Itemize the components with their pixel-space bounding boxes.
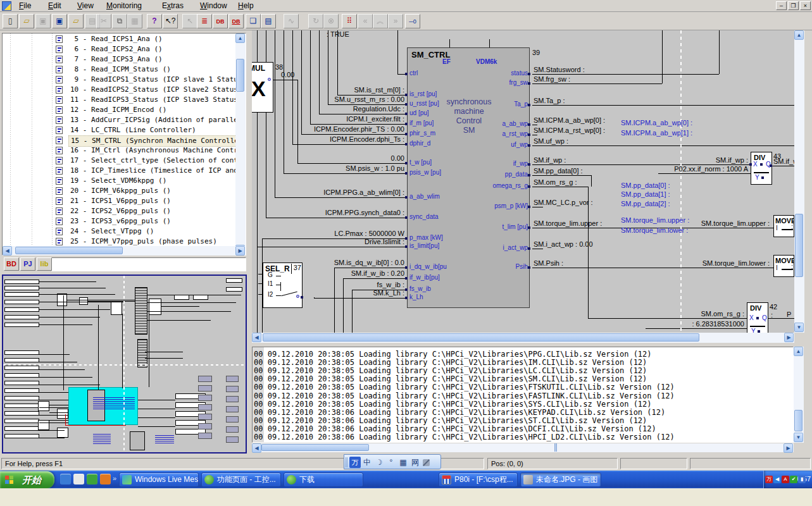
vertical-splitter[interactable] bbox=[247, 30, 252, 333]
scroll-up-arrow[interactable]: ▲ bbox=[794, 347, 803, 356]
tree-item-17[interactable]: 17 - Select_ctrl_type (Selection of cont… bbox=[3, 156, 233, 166]
binary-monitor-icon[interactable]: ⠿ bbox=[342, 14, 357, 28]
tree-item-12[interactable]: 12 - Read_ICPM_Encod () bbox=[3, 105, 233, 115]
tree-item-10[interactable]: 10 - ReadICPS2_Status (ICP Slave2 Status… bbox=[3, 85, 233, 95]
scroll-right-arrow[interactable]: ▶ bbox=[784, 443, 793, 453]
close-button[interactable]: × bbox=[800, 1, 811, 10]
tree-item-11[interactable]: 11 - ReadICPS3_Status (ICP Slave3 Status… bbox=[3, 95, 233, 105]
div-function-block-42[interactable]: DIVXQY bbox=[747, 302, 768, 333]
bd-view-button[interactable]: BD bbox=[4, 257, 19, 271]
keyboard-layout-icon[interactable]: ▦ bbox=[397, 457, 409, 468]
app-quick-icon[interactable] bbox=[100, 474, 111, 484]
menu-extras[interactable]: Extras bbox=[157, 0, 189, 11]
tree-item-25[interactable]: 25 - ICPM_V7ppg_puls (phase pulses) bbox=[3, 237, 233, 247]
log-horizontal-scrollbar[interactable]: ◀▶ bbox=[252, 443, 794, 452]
scroll-left-arrow[interactable]: ◀ bbox=[252, 333, 261, 342]
tree-item-14[interactable]: 14 - LC_CTRL (Line Controller) bbox=[3, 125, 233, 135]
database-icon[interactable]: DB bbox=[213, 14, 228, 28]
canvas-horizontal-scrollbar[interactable]: ◀▶ bbox=[252, 333, 794, 343]
output-log[interactable]: 00 09.12.2010 20:38:05 Loading library C… bbox=[252, 347, 794, 443]
menu-file[interactable]: File bbox=[14, 0, 36, 11]
scroll-thumb[interactable] bbox=[795, 214, 803, 277]
search-input[interactable] bbox=[51, 257, 246, 271]
scroll-thumb[interactable] bbox=[236, 59, 244, 92]
key-icon[interactable]: ─0 bbox=[405, 14, 420, 28]
tree-item-6[interactable]: 6 - Read_ICPS2_Ana () bbox=[3, 44, 233, 54]
task-button-2[interactable]: 功能页面 - 工控... bbox=[201, 472, 281, 487]
tree-item-24[interactable]: 24 - Select_VTppg () bbox=[3, 226, 233, 237]
new-icon[interactable]: ▯ bbox=[3, 14, 18, 28]
task-button-3[interactable]: 下载 bbox=[284, 472, 363, 487]
language-bar[interactable]: 万中☽°▦网 bbox=[344, 454, 441, 469]
context-help-icon[interactable]: ↖? bbox=[163, 14, 178, 28]
scroll-left-arrow[interactable]: ◀ bbox=[252, 443, 261, 453]
scroll-thumb[interactable] bbox=[794, 410, 803, 431]
load-block-icon[interactable]: ▱ bbox=[68, 14, 84, 28]
scroll-up-arrow[interactable]: ▲ bbox=[235, 34, 245, 43]
database-online-icon[interactable]: DB bbox=[228, 14, 244, 28]
tree-item-21[interactable]: 21 - ICPS1_V6ppg_puls () bbox=[3, 196, 233, 206]
tree-item-18[interactable]: 18 - ICP_Timeslice (Timeslice of ICP and… bbox=[3, 166, 233, 176]
open-folder-icon[interactable]: ▱ bbox=[19, 14, 34, 28]
details-view-icon[interactable]: ▤ bbox=[261, 14, 276, 28]
help-icon[interactable]: ? bbox=[147, 14, 162, 28]
tree-item-5[interactable]: 5 - Read_ICPS1_Ana () bbox=[3, 34, 233, 44]
tree-item-8[interactable]: 8 - Read_ICPM_Status () bbox=[3, 65, 233, 75]
punctuation-icon[interactable]: ° bbox=[385, 457, 397, 468]
menu-edit[interactable]: Edit bbox=[43, 0, 66, 11]
zhong-mode-icon[interactable]: 中 bbox=[361, 457, 373, 468]
tree-item-7[interactable]: 7 - Read_ICPS3_Ana () bbox=[3, 54, 233, 65]
wan-ime-icon[interactable]: 万 bbox=[349, 457, 361, 468]
scroll-thumb[interactable] bbox=[15, 247, 123, 254]
tree-horizontal-scrollbar[interactable]: ◀▶ bbox=[3, 246, 246, 256]
sel-r-function-block[interactable]: SEL_R37GI1I2 bbox=[263, 262, 303, 308]
scroll-right-arrow[interactable]: ▶ bbox=[235, 246, 245, 256]
net-mode-icon[interactable]: 网 bbox=[409, 457, 421, 468]
log-vertical-scrollbar[interactable]: ▲▼ bbox=[794, 347, 804, 443]
media-quick-icon[interactable] bbox=[87, 474, 97, 484]
start-button[interactable]: 开始 bbox=[0, 471, 54, 488]
network-tray-icon[interactable]: ▮ bbox=[798, 476, 806, 483]
scroll-thumb[interactable] bbox=[263, 333, 699, 342]
lib-view-button[interactable]: lib bbox=[37, 257, 52, 271]
diagram-overview-minimap[interactable] bbox=[2, 275, 247, 454]
tree-item-16[interactable]: 16 - IM_Ctrl (Asynchronous Machine Contr… bbox=[3, 145, 233, 156]
menu-view[interactable]: View bbox=[72, 0, 99, 11]
menu-monitoring[interactable]: Monitoring bbox=[101, 0, 147, 11]
tree-item-20[interactable]: 20 - ICPM_V6kppg_puls () bbox=[3, 186, 233, 196]
menu-window[interactable]: Window bbox=[195, 0, 232, 11]
langbar-grip[interactable] bbox=[346, 457, 347, 467]
task-button-4[interactable]: P80i - [F:\csp程... bbox=[439, 472, 518, 487]
menu-help[interactable]: Help bbox=[233, 0, 259, 11]
div-function-block-43[interactable]: DIVXQY bbox=[751, 152, 772, 185]
softkeyboard-moon-icon[interactable]: ☽ bbox=[373, 457, 385, 468]
pane-splitter[interactable] bbox=[554, 443, 557, 452]
scroll-up-arrow[interactable]: ▲ bbox=[794, 30, 804, 40]
move-function-block-lower[interactable]: MOVEI: bbox=[773, 255, 794, 277]
mail-quick-icon[interactable] bbox=[73, 474, 84, 484]
msn-quick-icon[interactable] bbox=[60, 474, 71, 484]
watch-list-icon[interactable]: ≣ bbox=[197, 14, 212, 28]
mul-function-block[interactable]: MULX bbox=[252, 62, 273, 113]
task-button-5[interactable]: 未命名.JPG - 画图 bbox=[520, 472, 601, 487]
pj-view-button[interactable]: PJ bbox=[20, 257, 35, 271]
minimize-button[interactable]: – bbox=[776, 1, 787, 10]
canvas-vertical-scrollbar[interactable]: ▲▼ bbox=[794, 30, 804, 333]
app-icon[interactable] bbox=[2, 1, 11, 11]
quick-launch-chevron[interactable]: » bbox=[113, 474, 116, 482]
tree-item-23[interactable]: 23 - ICPS3_v6ppg_puls () bbox=[3, 216, 233, 226]
tree-item-22[interactable]: 22 - ICPS2_V6ppg_puls () bbox=[3, 206, 233, 216]
ime-tray-icon[interactable]: 万 bbox=[765, 476, 773, 483]
fbd-diagram-canvas[interactable]: : TRUESM_CTRLEFVDM6ksynchronousmachineCo… bbox=[252, 30, 794, 333]
scroll-thumb[interactable] bbox=[261, 444, 369, 451]
scroll-right-arrow[interactable]: ▶ bbox=[784, 333, 794, 342]
tree-item-13[interactable]: 13 - AddCurr_ICPSig (Addition of paralle… bbox=[3, 115, 233, 125]
maximize-button[interactable]: ❐ bbox=[788, 1, 799, 10]
scroll-left-arrow[interactable]: ◀ bbox=[3, 246, 12, 256]
tree-item-15[interactable]: 15 - SM_CTRL (Synchron Machine Controlle… bbox=[3, 135, 233, 145]
move-function-block-upper[interactable]: MOVEI: bbox=[773, 215, 794, 237]
tree-item-9[interactable]: 9 - ReadICPS1_Status (ICP slave 1 Status… bbox=[3, 75, 233, 85]
pdf-tray-icon[interactable]: A bbox=[782, 476, 789, 483]
function-tree[interactable]: 5 - Read_ICPS1_Ana () 6 - Read_ICPS2_Ana… bbox=[2, 33, 246, 256]
save-block-icon[interactable]: ▣ bbox=[52, 14, 67, 28]
